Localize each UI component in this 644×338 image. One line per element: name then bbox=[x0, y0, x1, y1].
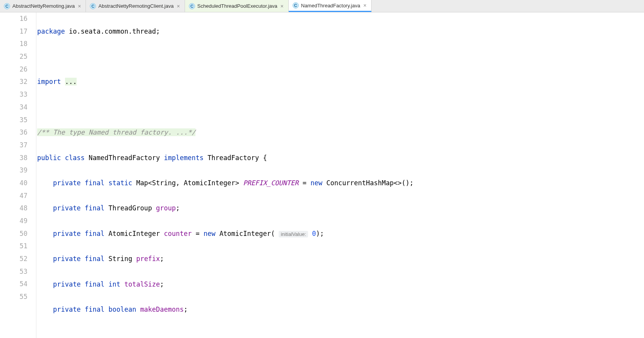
class-icon: C bbox=[189, 3, 195, 9]
line-gutter: 16 17 18 25 26 32 33 34 35 36 37 38 39 4… bbox=[0, 12, 36, 338]
tab-2[interactable]: C ScheduledThreadPoolExecutor.java × bbox=[185, 0, 289, 12]
code-line: private final boolean makeDaemons; bbox=[37, 303, 644, 316]
code-line bbox=[37, 101, 644, 114]
code-line: private final static Map<String, AtomicI… bbox=[37, 177, 644, 189]
code-line: package io.seata.common.thread; bbox=[37, 25, 644, 38]
code-line: import ... bbox=[37, 75, 644, 88]
line-number: 55 bbox=[0, 290, 27, 303]
line-number: 37 bbox=[0, 139, 27, 152]
code-line: private final int totalSize; bbox=[37, 278, 644, 291]
tab-3[interactable]: C NamedThreadFactory.java × bbox=[289, 0, 372, 12]
tab-label: AbstractNettyRemotingClient.java bbox=[98, 3, 173, 9]
line-number: 16 bbox=[0, 12, 27, 25]
tab-1[interactable]: C AbstractNettyRemotingClient.java × bbox=[86, 0, 185, 12]
line-number: 47 bbox=[0, 189, 27, 202]
code-line: private final ThreadGroup group; bbox=[37, 202, 644, 215]
close-icon[interactable]: × bbox=[363, 2, 367, 9]
class-icon: C bbox=[293, 2, 299, 9]
line-number: 17 bbox=[0, 25, 27, 38]
line-number: 38 bbox=[0, 152, 27, 164]
tab-label: NamedThreadFactory.java bbox=[301, 3, 360, 9]
code-line bbox=[37, 328, 644, 338]
class-icon: C bbox=[4, 3, 10, 9]
close-icon[interactable]: × bbox=[280, 3, 284, 9]
code-area[interactable]: package io.seata.common.thread; import .… bbox=[36, 12, 644, 338]
line-number: 33 bbox=[0, 88, 27, 101]
code-line bbox=[37, 50, 644, 63]
line-number: 34 bbox=[0, 101, 27, 114]
tab-label: AbstractNettyRemoting.java bbox=[12, 3, 75, 9]
editor-tabs: C AbstractNettyRemoting.java × C Abstrac… bbox=[0, 0, 644, 12]
line-number: 48 bbox=[0, 202, 27, 215]
class-icon: C bbox=[90, 3, 96, 9]
line-number: 39 bbox=[0, 164, 27, 177]
close-icon[interactable]: × bbox=[77, 3, 82, 9]
line-number: 53 bbox=[0, 265, 27, 278]
code-line: /** The type Named thread factory. ...*/ bbox=[37, 126, 644, 139]
line-number: 54 bbox=[0, 278, 27, 290]
code-line: public class NamedThreadFactory implemen… bbox=[37, 152, 644, 164]
tab-label: ScheduledThreadPoolExecutor.java bbox=[197, 3, 277, 9]
line-number: 51 bbox=[0, 240, 27, 253]
tab-0[interactable]: C AbstractNettyRemoting.java × bbox=[0, 0, 86, 12]
close-icon[interactable]: × bbox=[176, 3, 181, 9]
line-number: 32 bbox=[0, 75, 27, 88]
line-number: 52 bbox=[0, 253, 27, 265]
line-number: 36 bbox=[0, 126, 27, 139]
line-number: 40 bbox=[0, 177, 27, 189]
line-number: 50 bbox=[0, 227, 27, 240]
code-editor[interactable]: 16 17 18 25 26 32 33 34 35 36 37 38 39 4… bbox=[0, 12, 644, 338]
line-number: 35 bbox=[0, 114, 27, 126]
code-line: private final AtomicInteger counter = ne… bbox=[37, 227, 644, 240]
code-line: private final String prefix; bbox=[37, 253, 644, 265]
line-number: 49 bbox=[0, 215, 27, 227]
line-number: 26 bbox=[0, 63, 27, 76]
line-number: 25 bbox=[0, 50, 27, 63]
line-number: 18 bbox=[0, 38, 27, 50]
